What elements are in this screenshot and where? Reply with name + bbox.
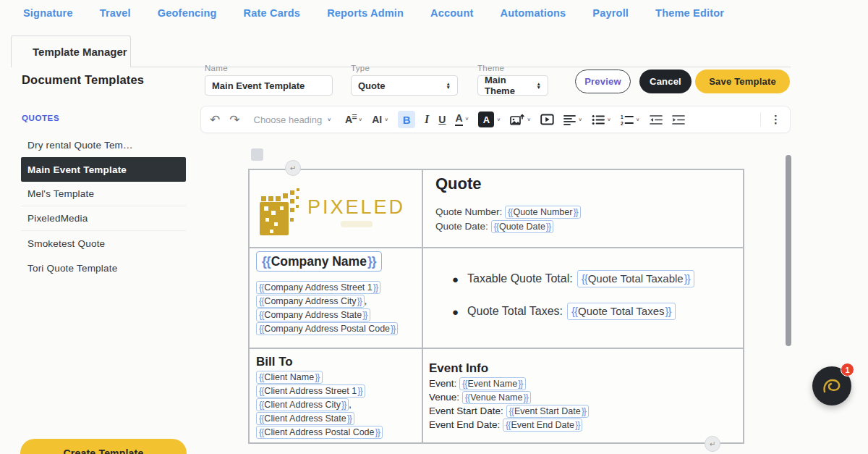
vertical-scrollbar[interactable] [786,155,791,346]
sidebar-item-main-event[interactable]: Main Event Template [21,157,186,182]
undo-button[interactable]: ↶ [210,114,220,126]
nav-item-account[interactable]: Account [430,7,473,19]
nav-item-reports-admin[interactable]: Reports Admin [327,7,404,19]
indent-button[interactable] [672,114,685,125]
cancel-button[interactable]: Cancel [639,70,692,93]
pixeled-logo-mark-icon [258,186,303,237]
nav-item-automations[interactable]: Automations [501,7,566,19]
preview-button[interactable]: Preview [575,70,631,93]
table-row-handle-bottom[interactable]: ↵ [705,436,720,452]
event-info-heading[interactable]: Event Info [429,361,488,376]
bill-to-block: Client Name Client Address Street 1 Clie… [256,371,383,440]
merge-field-client-state[interactable]: Client Address State [256,412,354,425]
merge-field-venue-name[interactable]: Venue Name [462,391,531,404]
redo-button[interactable]: ↷ [229,114,239,126]
merge-field-client-postal[interactable]: Client Address Postal Code [256,426,383,439]
text-color-icon: A [455,113,462,125]
merge-field-quote-number[interactable]: Quote Number [505,206,581,219]
nav-item-signature[interactable]: Signature [23,7,73,19]
toolbar-divider [760,112,761,127]
merge-field-company-state[interactable]: Company Address State [256,308,370,321]
sidebar-item-pixeledmedia[interactable]: PixeledMedia [21,206,186,231]
italic-button[interactable]: I [425,113,429,126]
merge-field-company-street[interactable]: Company Address Street 1 [256,281,380,294]
table-drag-handle[interactable] [251,148,263,161]
chevron-down-icon: ∨ [527,117,531,122]
create-template-button[interactable]: Create Template [20,439,187,454]
svg-text:1: 1 [621,114,624,119]
svg-text:2: 2 [621,120,624,125]
quote-number-line: Quote Number: Quote Number [435,206,581,219]
company-logo[interactable]: PIXELED [258,186,405,237]
italic-icon: I [425,113,429,126]
table-row-divider [250,348,743,349]
theme-selected-value: Main Theme [485,75,531,96]
table-row-divider [250,247,743,248]
underline-button[interactable]: U [438,114,446,125]
merge-field-client-city[interactable]: Client Address City [256,398,349,411]
taxable-total-item: ● Taxable Quote Total: Quote Total Taxab… [452,270,694,287]
theme-field-group: Theme Main Theme ▲▼ [477,64,548,96]
merge-field-quote-total-taxes[interactable]: Quote Total Taxes [567,303,676,320]
bold-button[interactable]: B [398,111,415,128]
more-options-button[interactable]: ⋮ [770,113,781,126]
nav-item-travel[interactable]: Travel [100,7,131,19]
sidebar-item-dry-rental[interactable]: Dry rental Quote Tem… [21,133,186,157]
sidebar-item-mels-template[interactable]: Mel's Template [21,182,186,206]
chevron-down-icon: ∨ [358,117,362,122]
merge-field-client-name[interactable]: Client Name [256,371,323,384]
bill-to-heading[interactable]: Bill To [256,355,293,369]
redo-icon: ↷ [229,114,239,126]
merge-field-client-street[interactable]: Client Address Street 1 [256,384,365,398]
font-style-button[interactable]: A☰ ∨ [345,114,362,125]
merge-field-company-city[interactable]: Company Address City [256,295,365,308]
theme-select[interactable]: Main Theme ▲▼ [477,75,548,96]
sidebar-item-tori-quote[interactable]: Tori Quote Template [21,256,186,280]
highlight-color-button[interactable]: A ∨ [478,112,501,127]
logo-tagline [341,221,373,227]
save-template-button[interactable]: Save Template [695,70,790,93]
document-editor-table[interactable]: PIXELED Quote Quote Number: Quote Number… [248,169,744,444]
nav-item-geofencing[interactable]: Geofencing [158,7,217,19]
font-size-icon: AI [372,114,382,125]
bullet-list-button[interactable]: ∨ [592,114,611,125]
notification-badge: 1 [841,363,854,377]
heading-dropdown[interactable]: Choose heading ∨ [254,114,332,125]
total-taxes-item: ● Quote Total Taxes: Quote Total Taxes [452,303,694,320]
nav-item-payroll[interactable]: Payroll [592,7,629,19]
align-button[interactable]: ∨ [563,114,582,125]
insert-image-button[interactable]: ∨ [510,114,531,126]
tab-template-manager[interactable]: Template Manager [11,35,131,67]
chevron-down-icon: ∨ [465,117,469,122]
insert-row-icon: ↵ [290,164,296,172]
venue-label: Venue: [429,392,459,403]
nav-item-theme-editor[interactable]: Theme Editor [655,7,724,19]
table-row-handle-top[interactable]: ↵ [285,160,301,176]
chevron-down-icon: ∨ [327,117,331,122]
bold-icon: B [398,111,415,128]
insert-video-button[interactable] [540,114,554,125]
comma-text: , [349,400,351,410]
merge-field-event-end-date[interactable]: Event End Date [503,419,582,432]
numbered-list-button[interactable]: 1 2 ∨ [621,114,640,125]
font-size-button[interactable]: AI ∨ [372,114,388,125]
nav-item-rate-cards[interactable]: Rate Cards [244,7,301,19]
type-select[interactable]: Quote ▲▼ [351,75,458,96]
merge-field-company-postal[interactable]: Company Address Postal Code [256,322,398,335]
align-icon [563,114,576,125]
outdent-button[interactable] [650,114,663,125]
merge-field-event-name[interactable]: Event Name [459,377,526,390]
bullet-list-icon [592,114,605,125]
bullet-icon: ● [452,306,459,318]
merge-field-event-start-date[interactable]: Event Start Date [506,405,589,418]
merge-field-company-name[interactable]: Company Name [256,251,382,272]
chat-swirl-icon [821,376,843,396]
logo-wordmark: PIXELED [307,196,405,219]
editor-toolbar: ↶ ↷ Choose heading ∨ A☰ ∨ AI ∨ B I U A ∨… [200,106,791,133]
merge-field-quote-total-taxable[interactable]: Quote Total Taxable [577,270,694,287]
merge-field-quote-date[interactable]: Quote Date [491,220,554,233]
sidebar-item-smoketest[interactable]: Smoketest Quote [21,231,186,256]
text-color-button[interactable]: A ∨ [455,113,469,125]
quote-heading[interactable]: Quote [435,175,482,193]
template-name-input[interactable] [212,80,326,91]
